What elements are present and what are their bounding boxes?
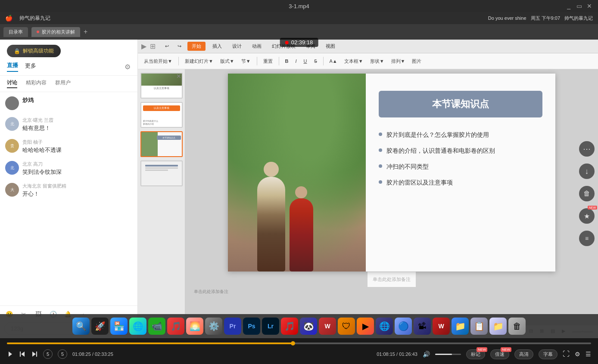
fullscreen-btn[interactable]: ⛶ [563,350,570,358]
side-menu-btn[interactable]: ≡ [579,231,595,246]
ribbon-section[interactable]: 节▼ [239,57,253,65]
tab-catalog[interactable]: 目录率 [3,27,28,37]
quality-btn[interactable]: 高清 [514,349,533,359]
subnav-group-users[interactable]: 群用户 [55,79,71,88]
skip-forward-btn[interactable]: 5 [58,349,67,359]
dock-folder3[interactable]: 📁 [489,318,507,335]
sidebar-tab-more[interactable]: 更多 [25,62,36,71]
dock-launchpad[interactable]: 🚀 [91,318,109,335]
dock-finder[interactable]: 🔍 [72,318,90,335]
slide-thumb-4[interactable] [140,160,183,186]
ribbon-redo[interactable]: ↪ [175,43,184,50]
dock-facetime[interactable]: 📹 [148,318,165,335]
playlist-btn[interactable]: ☰ [586,351,591,358]
menu-item-app[interactable]: 帅气的暴九记 [19,15,50,22]
tab-add-btn[interactable]: + [84,28,87,36]
dock-trash[interactable]: 🗑 [508,318,526,335]
star-icon: ★ [584,212,590,220]
bookmark-btn[interactable]: 标记 NEW [466,349,485,359]
dock-appstore[interactable]: 🏪 [110,318,128,335]
ribbon-strikethrough[interactable]: S̶ [311,58,320,65]
window-controls[interactable]: ⎯ ▭ ✕ [565,3,593,9]
sidebar-tabs: 直播 更多 ⚙ [7,62,131,72]
ribbon-menu-insert[interactable]: 插入 [209,42,225,51]
ppt-play-icon[interactable]: ▶ [141,42,146,50]
dock-safari[interactable]: 🌐 [129,318,146,335]
next-btn[interactable] [31,351,38,358]
dock-photos[interactable]: 🌅 [186,318,203,335]
play-pause-btn[interactable] [7,351,14,358]
side-share-btn[interactable]: ⋯ [579,141,595,157]
close-btn[interactable]: ✕ [586,3,593,9]
ribbon-italic[interactable]: I [293,58,299,65]
ribbon-image[interactable]: 图片 [409,57,424,65]
unlock-premium-btn[interactable]: 🔒 解锁高级功能 [7,45,61,57]
tab-film[interactable]: 胶片的相关讲解 [31,27,80,37]
ribbon-text-box[interactable]: 文本框▼ [342,57,366,65]
dock-screenflow[interactable]: 📽 [414,318,431,335]
volume-bar[interactable] [435,354,461,355]
dock-wps1[interactable]: W [319,318,336,335]
slide-notes[interactable]: 单击此处添加备注 [368,271,416,287]
chat-username-5: 大海北京 留窗俱肥精 [22,183,132,189]
dock-bitdefender[interactable]: 🛡 [338,318,355,335]
dock-icon1[interactable]: 🔵 [395,318,412,335]
dock-netease[interactable]: 🎵 [281,318,298,335]
side-delete-btn[interactable]: 🗑 [579,186,595,201]
slide-thumb-4-inner [145,165,178,182]
ribbon-underline[interactable]: U [301,58,310,65]
bullet-text-2: 胶卷的介绍，认识普通卷和电影卷的区别 [386,146,495,155]
song-title: Do you ever shine [488,15,526,21]
ribbon-undo[interactable]: ↩ [162,43,171,50]
skip-back-btn[interactable]: 5 [43,349,53,359]
subnav-discussion[interactable]: 讨论 [7,79,17,88]
ribbon-new-slide[interactable]: 新建幻灯片▼ [182,57,216,65]
ribbon-menu-animate[interactable]: 动画 [249,42,265,51]
dock-folder1[interactable]: 📁 [452,318,469,335]
slide-thumb-2[interactable]: 以及注意事项 胶片到底是什么胶卷的介绍 [140,102,183,128]
dock-panda[interactable]: 🐼 [300,318,317,335]
side-star-btn[interactable]: ★ NEW [579,208,595,224]
chat-message-5: 大 大海北京 留窗俱肥精 开心！ [5,183,132,198]
ppt-grid-icon[interactable]: ⊞ [150,42,156,50]
ribbon-reset[interactable]: 重置 [261,57,275,65]
ribbon-layout[interactable]: 版式▼ [218,57,237,65]
slide-thumb-4-bar2 [145,167,178,169]
screen-content: 🍎 帅气的暴九记 Do you ever shine 周五 下午9:07 帅气的… [0,12,598,338]
ribbon-menu-view[interactable]: 视图 [322,42,339,51]
dock-premiere[interactable]: Pr [224,318,241,335]
minimize-btn[interactable]: ⎯ [565,3,572,9]
chat-bubble-1: 炒鸡 [22,96,132,110]
dock-music[interactable]: 🎵 [167,318,184,335]
dock-folder2[interactable]: 📋 [470,318,488,335]
ribbon-arrange[interactable]: 排列▼ [389,57,408,65]
slide-thumb-3[interactable]: 本节课知识点 [140,131,183,157]
ribbon-shapes[interactable]: 形状▼ [368,57,387,65]
dock-lightroom[interactable]: Lr [262,318,279,335]
dock-infuse[interactable]: ▶ [357,318,374,335]
ribbon-menu-home[interactable]: 开始 [187,42,206,51]
slides-panel-close-btn[interactable]: ✕ [176,73,181,80]
window-frame: 3-1.mp4 ⎯ ▭ ✕ 🍎 帅气的暴九记 Do you ever shine… [0,0,598,364]
dock-system-prefs[interactable]: ⚙️ [205,318,222,335]
ribbon-menu-design[interactable]: 设计 [229,42,245,51]
sidebar-tab-live[interactable]: 直播 [7,62,18,72]
prev-btn[interactable] [19,351,26,358]
dock-photoshop[interactable]: Ps [243,318,260,335]
subnav-highlights[interactable]: 精彩内容 [26,79,47,88]
side-download-btn[interactable]: ↓ [579,163,595,179]
dock-arc[interactable]: 🌐 [376,318,393,335]
speed-btn[interactable]: 倍速 NEW [490,349,509,359]
ribbon-start-from-current[interactable]: 从当前开始▼ [141,57,175,65]
maximize-btn[interactable]: ▭ [576,3,582,9]
dock-wps2[interactable]: W [433,318,450,335]
progress-bar[interactable] [7,342,591,344]
subtitle-btn[interactable]: 字幕 [539,349,558,359]
sidebar-settings-icon[interactable]: ⚙ [125,63,131,71]
volume-icon[interactable]: 🔊 [423,351,430,358]
current-time-display: 01:08:25 / 02:33:25 [72,352,113,357]
ribbon-font-color[interactable]: A▲ [327,58,340,65]
settings-btn[interactable]: ⚙ [575,351,580,358]
ribbon-bold[interactable]: B [283,58,291,65]
slide-thumb-4-bar1 [145,165,178,167]
